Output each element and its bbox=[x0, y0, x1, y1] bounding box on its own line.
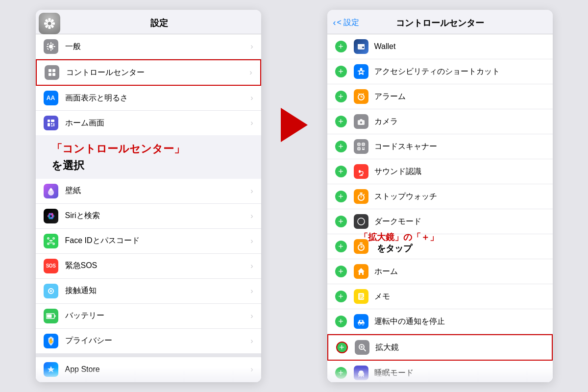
battery-icon bbox=[44, 309, 58, 323]
svg-point-38 bbox=[49, 240, 50, 241]
svg-rect-14 bbox=[47, 46, 49, 47]
darkmode-label: ダークモード bbox=[374, 217, 545, 227]
codescan-icon bbox=[354, 139, 368, 154]
home-chevron: › bbox=[250, 119, 253, 127]
magnifier-add-btn[interactable]: + bbox=[336, 342, 348, 353]
right-item-wallet[interactable]: + Wallet bbox=[327, 34, 553, 59]
back-button[interactable]: ‹ < 設定 bbox=[333, 18, 360, 28]
general-label: 一般 bbox=[65, 42, 247, 52]
right-item-camera[interactable]: + カメラ bbox=[327, 109, 553, 134]
camera-add-btn[interactable]: + bbox=[335, 116, 347, 127]
right-item-magnifier[interactable]: + 拡大鏡 bbox=[327, 334, 553, 361]
siri-icon bbox=[44, 209, 58, 223]
contact-icon bbox=[44, 284, 58, 298]
timer-add-btn[interactable]: + bbox=[335, 241, 347, 252]
codescan-add-btn[interactable]: + bbox=[335, 141, 347, 152]
back-chevron-icon: ‹ bbox=[333, 18, 336, 28]
settings-item-battery[interactable]: バッテリー › bbox=[36, 304, 261, 329]
right-arrow-icon bbox=[281, 108, 308, 142]
right-item-darkmode[interactable]: + ダークモード bbox=[327, 209, 553, 234]
alarm-icon bbox=[354, 89, 368, 104]
settings-item-faceid[interactable]: Face IDとパスコード › bbox=[36, 229, 261, 254]
display-icon: AA bbox=[44, 91, 58, 105]
settings-item-siri[interactable]: Siriと検索 › bbox=[36, 204, 261, 229]
home-add-btn[interactable]: + bbox=[335, 266, 347, 277]
wallet-add-btn[interactable]: + bbox=[335, 41, 347, 52]
annotation-line2: を選択 bbox=[44, 158, 253, 176]
alarm-add-btn[interactable]: + bbox=[335, 91, 347, 102]
svg-point-57 bbox=[360, 68, 362, 71]
darkmode-add-btn[interactable]: + bbox=[335, 216, 347, 227]
right-item-sleep[interactable]: + 睡眠モード bbox=[327, 361, 553, 382]
wallpaper-label: 壁紙 bbox=[65, 186, 247, 196]
stopwatch-icon bbox=[354, 189, 368, 204]
driving-add-btn[interactable]: + bbox=[335, 316, 347, 327]
display-chevron: › bbox=[250, 94, 253, 102]
privacy-chevron: › bbox=[250, 337, 253, 345]
svg-rect-69 bbox=[363, 144, 364, 145]
timer-icon bbox=[354, 239, 368, 254]
svg-rect-24 bbox=[48, 120, 50, 122]
svg-line-62 bbox=[362, 94, 364, 95]
magnifier-label: 拡大鏡 bbox=[375, 343, 544, 353]
svg-line-103 bbox=[363, 376, 364, 377]
faceid-label: Face IDとパスコード bbox=[65, 236, 247, 246]
settings-item-general[interactable]: 一般 › bbox=[36, 34, 261, 59]
contact-label: 接触通知 bbox=[65, 286, 247, 296]
settings-item-control-center[interactable]: コントロールセンター › bbox=[36, 59, 261, 86]
svg-rect-37 bbox=[53, 243, 54, 245]
settings-item-home[interactable]: ホーム画面 › bbox=[36, 111, 261, 135]
right-item-timer[interactable]: + 「拡大鏡」の「＋」 をタップ bbox=[327, 234, 553, 259]
svg-rect-28 bbox=[53, 123, 54, 126]
svg-line-96 bbox=[364, 349, 366, 351]
right-item-sound[interactable]: + サウンド認識 bbox=[327, 159, 553, 184]
stopwatch-add-btn[interactable]: + bbox=[335, 191, 347, 202]
svg-point-11 bbox=[49, 45, 53, 49]
general-chevron: › bbox=[250, 42, 253, 51]
right-item-driving[interactable]: + 運転中の通知を停止 bbox=[327, 309, 553, 334]
svg-point-43 bbox=[50, 288, 51, 289]
right-item-codescan[interactable]: + コードスキ bbox=[327, 134, 553, 159]
svg-rect-29 bbox=[51, 125, 53, 126]
appstore-icon bbox=[44, 362, 58, 377]
memo-icon bbox=[354, 289, 368, 304]
sound-label: サウンド認識 bbox=[374, 167, 545, 177]
home-screen-label: ホーム画面 bbox=[65, 118, 247, 128]
svg-rect-7 bbox=[48, 26, 50, 29]
svg-rect-56 bbox=[362, 47, 364, 48]
right-list-section: + Wallet + bbox=[327, 34, 553, 382]
sound-add-btn[interactable]: + bbox=[335, 166, 347, 177]
svg-rect-55 bbox=[358, 44, 365, 46]
wallet-right-icon bbox=[354, 39, 368, 54]
memo-add-btn[interactable]: + bbox=[335, 291, 347, 302]
driving-icon bbox=[354, 314, 368, 329]
settings-item-sos[interactable]: SOS 緊急SOS › bbox=[36, 254, 261, 279]
wallpaper-icon bbox=[44, 184, 58, 198]
settings-section-1: 一般 › コントロールセンター › bbox=[36, 34, 261, 135]
settings-item-privacy[interactable]: ✋ プライバシー › bbox=[36, 329, 261, 353]
control-center-label: コントロールセンター bbox=[66, 68, 246, 78]
svg-line-81 bbox=[364, 195, 365, 196]
right-item-home[interactable]: + ホーム bbox=[327, 259, 553, 284]
right-item-stopwatch[interactable]: + ストップウォッチ bbox=[327, 184, 553, 209]
settings-section-2: 壁紙 › bbox=[36, 179, 261, 353]
sos-chevron: › bbox=[250, 262, 253, 270]
sleep-add-btn[interactable]: + bbox=[335, 367, 347, 379]
siri-label: Siriと検索 bbox=[65, 211, 247, 221]
left-header-title: 設定 bbox=[150, 17, 168, 29]
settings-item-appstore[interactable]: App Store › bbox=[36, 357, 261, 382]
settings-item-display[interactable]: AA 画面表示と明るさ › bbox=[36, 86, 261, 111]
privacy-icon: ✋ bbox=[44, 334, 58, 348]
settings-item-wallpaper[interactable]: 壁紙 › bbox=[36, 179, 261, 204]
settings-item-contact[interactable]: 接触通知 › bbox=[36, 279, 261, 304]
right-item-memo[interactable]: + メモ bbox=[327, 284, 553, 309]
right-item-alarm[interactable]: + アラーム bbox=[327, 84, 553, 109]
svg-point-42 bbox=[50, 290, 52, 292]
camera-icon bbox=[354, 114, 368, 129]
right-item-accessibility[interactable]: + アクセシビリティのショートカット bbox=[327, 59, 553, 84]
control-center-icon bbox=[45, 65, 59, 80]
general-icon bbox=[44, 39, 58, 54]
faceid-chevron: › bbox=[250, 237, 253, 245]
accessibility-add-btn[interactable]: + bbox=[335, 66, 347, 77]
svg-rect-48 bbox=[54, 315, 55, 317]
